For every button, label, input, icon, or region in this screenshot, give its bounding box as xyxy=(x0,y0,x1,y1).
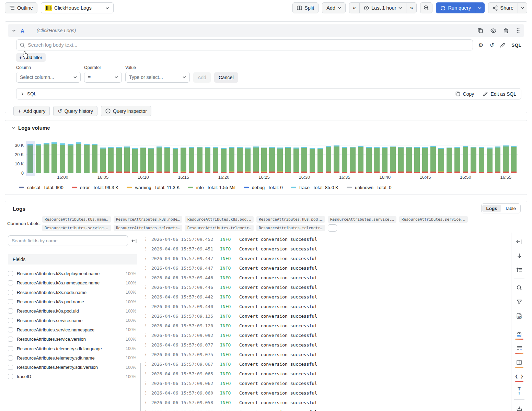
field-name[interactable]: ResourceAttributes.telemetry.sdk.languag… xyxy=(17,346,102,351)
common-label-chip[interactable]: ResourceAttributes.k8s.namespac… xyxy=(42,216,111,223)
common-label-chip[interactable]: ResourceAttributes.telemetry.sd… xyxy=(185,225,254,231)
logs-volume-bar[interactable] xyxy=(68,144,73,173)
log-row[interactable]: ⋮2026-04-06 15:57:09.440INFOConvert conv… xyxy=(144,302,508,311)
logs-volume-bar[interactable] xyxy=(197,147,203,173)
logs-volume-bar[interactable] xyxy=(326,146,332,173)
log-row[interactable]: ⋮2026-04-06 15:57:09.442INFOConvert conv… xyxy=(144,292,508,302)
common-label-chip[interactable]: ResourceAttributes.telemetry.sd… xyxy=(114,225,182,231)
field-name[interactable]: ResourceAttributes.telemetry.sdk.version xyxy=(17,365,98,370)
legend-item-unknown[interactable]: unknownTotal: 0 xyxy=(347,185,392,190)
time-range-forward-button[interactable]: » xyxy=(406,2,417,13)
logs-volume-bar[interactable] xyxy=(350,147,356,173)
log-row-menu-icon[interactable]: ⋮ xyxy=(144,295,149,299)
sql-mode-label[interactable]: SQL xyxy=(511,43,521,48)
log-row-menu-icon[interactable]: ⋮ xyxy=(144,237,149,241)
log-body-search-input[interactable] xyxy=(28,42,469,48)
logs-volume-bar[interactable] xyxy=(438,148,444,173)
log-row[interactable]: ⋮2026-04-06 15:57:09.446INFOConvert conv… xyxy=(144,273,508,282)
time-range-back-button[interactable]: « xyxy=(349,2,360,13)
logs-volume-bar[interactable] xyxy=(205,147,211,173)
log-row[interactable]: ⋮2026-04-06 15:57:09.077INFOConvert conv… xyxy=(144,340,508,350)
field-checkbox[interactable] xyxy=(8,280,13,285)
log-row[interactable]: ⋮2026-04-06 15:57:09.060INFOConvert conv… xyxy=(144,388,508,398)
logs-volume-bar[interactable] xyxy=(84,144,90,173)
log-row-menu-icon[interactable]: ⋮ xyxy=(144,400,149,404)
logs-volume-bar[interactable] xyxy=(60,143,66,173)
collapse-right-pane-button[interactable] xyxy=(514,236,524,247)
filter-operator-select[interactable]: = xyxy=(84,72,122,83)
logs-volume-plot[interactable] xyxy=(26,142,518,173)
field-checkbox[interactable] xyxy=(8,337,13,342)
log-row-menu-icon[interactable]: ⋮ xyxy=(144,304,149,308)
logs-volume-bar[interactable] xyxy=(148,148,154,173)
logs-volume-bar[interactable] xyxy=(301,147,307,173)
duplicate-query-icon[interactable] xyxy=(478,28,483,33)
run-query-options-button[interactable] xyxy=(475,2,485,13)
logs-volume-bar[interactable] xyxy=(100,148,106,173)
logs-volume-bar[interactable] xyxy=(108,147,114,173)
collapse-query-icon[interactable] xyxy=(12,30,16,32)
font-size-button[interactable]: TT xyxy=(514,385,524,396)
common-label-chip[interactable]: ResourceAttributes.service.vers… xyxy=(42,225,111,231)
log-details-button[interactable]: LOG xyxy=(514,311,524,321)
copy-sql-button[interactable]: Copy xyxy=(455,91,474,97)
field-checkbox[interactable] xyxy=(8,365,13,370)
field-checkbox[interactable] xyxy=(8,318,13,323)
split-button[interactable]: Split xyxy=(292,2,319,13)
legend-item-debug[interactable]: debugTotal: 0 xyxy=(244,185,283,190)
logs-volume-bar[interactable] xyxy=(503,145,509,173)
logs-volume-bar[interactable] xyxy=(173,148,178,173)
sql-preview-section[interactable]: SQL Copy Edit as SQL xyxy=(16,88,521,99)
log-row[interactable]: ⋮2026-04-06 15:57:09.092INFOConvert conv… xyxy=(144,330,508,340)
logs-volume-bar[interactable] xyxy=(471,147,476,173)
logs-volume-bar[interactable] xyxy=(189,147,195,173)
logs-volume-bar[interactable] xyxy=(366,147,372,173)
logs-volume-bar[interactable] xyxy=(76,142,82,173)
legend-item-warning[interactable]: warningTotal: 11.3 K xyxy=(127,185,180,190)
logs-volume-bar[interactable] xyxy=(454,147,460,173)
log-row[interactable]: ⋮2026-04-06 15:57:09.120INFOConvert conv… xyxy=(144,321,508,330)
share-button[interactable]: Share xyxy=(488,2,518,13)
field-name[interactable]: ResourceAttributes.k8s.deployment.name xyxy=(17,271,100,276)
log-row-menu-icon[interactable]: ⋮ xyxy=(144,324,149,328)
run-query-button[interactable]: Run query xyxy=(436,2,475,13)
field-checkbox[interactable] xyxy=(8,346,13,351)
log-row-menu-icon[interactable]: ⋮ xyxy=(144,275,149,280)
legend-item-error[interactable]: errorTotal: 99.3 K xyxy=(72,185,119,190)
logs-volume-bar[interactable] xyxy=(358,146,364,173)
filter-value-select[interactable]: Type or select... xyxy=(125,72,190,83)
field-checkbox[interactable] xyxy=(8,271,13,276)
collapse-sidebar-icon[interactable] xyxy=(131,238,137,243)
field-name[interactable]: ResourceAttributes.service.name xyxy=(17,318,82,323)
logs-volume-bar[interactable] xyxy=(164,147,170,173)
logs-volume-bar[interactable] xyxy=(253,146,259,173)
table-columns-button[interactable] xyxy=(514,357,524,367)
edit-as-sql-button[interactable]: Edit as SQL xyxy=(483,91,516,97)
log-row[interactable]: ⋮2026-04-06 15:57:09.451INFOConvert conv… xyxy=(144,244,508,254)
logs-volume-bar[interactable] xyxy=(140,148,146,173)
remove-query-trash-icon[interactable] xyxy=(504,28,509,33)
field-name[interactable]: ResourceAttributes.k8s.node.name xyxy=(17,290,86,295)
log-list-scrollbar[interactable] xyxy=(140,363,141,411)
legend-item-info[interactable]: infoTotal: 1.55 Mil xyxy=(188,185,235,190)
download-logs-button[interactable] xyxy=(514,403,524,411)
drag-handle-icon[interactable] xyxy=(516,28,520,33)
common-label-chip[interactable]: ResourceAttributes.service.name… xyxy=(399,216,468,223)
field-name[interactable]: ResourceAttributes.k8s.namespace.name xyxy=(17,280,100,285)
logs-volume-bar[interactable] xyxy=(430,146,436,173)
edit-sql-pencil-icon[interactable] xyxy=(500,43,505,48)
filter-column-select[interactable]: Select column... xyxy=(16,72,81,83)
common-label-chip[interactable]: ResourceAttributes.telemetry.sd… xyxy=(256,225,325,231)
log-row-menu-icon[interactable]: ⋮ xyxy=(144,256,149,260)
query-history-button[interactable]: ↺ Query history xyxy=(53,106,97,116)
logs-volume-bar[interactable] xyxy=(479,147,485,173)
field-checkbox[interactable] xyxy=(8,355,13,361)
log-row[interactable]: ⋮2026-04-06 15:57:09.135INFOConvert conv… xyxy=(144,311,508,321)
log-row[interactable]: ⋮2026-04-06 15:57:09.067INFOConvert conv… xyxy=(144,359,508,369)
field-name[interactable]: ResourceAttributes.k8s.pod.uid xyxy=(17,308,79,314)
filter-cancel-button[interactable]: Cancel xyxy=(214,72,238,83)
common-label-chip[interactable]: ResourceAttributes.k8s.pod.uid=… xyxy=(256,216,325,223)
log-row-menu-icon[interactable]: ⋮ xyxy=(144,343,149,347)
logs-volume-bar[interactable] xyxy=(237,147,243,173)
logs-volume-bar[interactable] xyxy=(382,147,388,173)
